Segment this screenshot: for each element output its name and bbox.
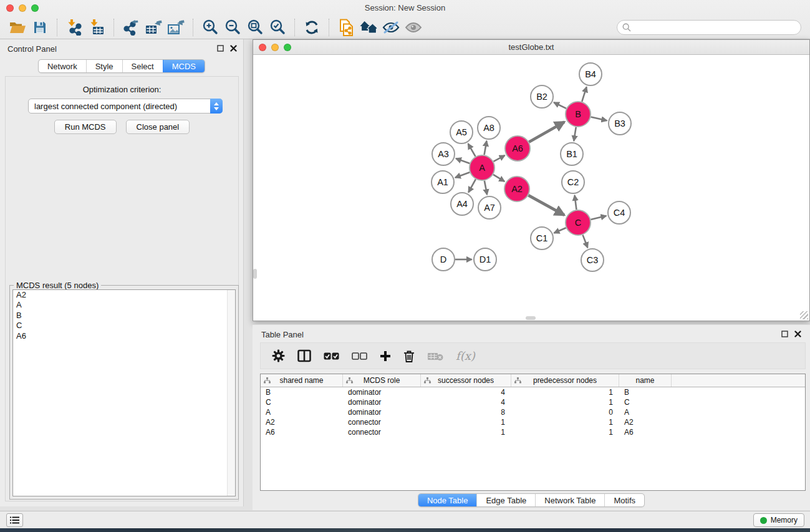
tab-motifs[interactable]: Motifs <box>604 494 644 506</box>
result-list-item[interactable]: A2 <box>13 290 235 300</box>
graph-edge-A-A4[interactable] <box>468 179 476 192</box>
node-table[interactable]: shared nameMCDS rolesuccessor nodesprede… <box>260 374 806 491</box>
graph-node-A8[interactable]: A8 <box>478 117 500 139</box>
graph-node-A4[interactable]: A4 <box>451 193 473 215</box>
column-header-successor-nodes[interactable]: successor nodes <box>421 374 511 387</box>
tab-mcds[interactable]: MCDS <box>163 60 205 72</box>
import-table-icon[interactable] <box>85 18 108 37</box>
graph-edge-A-A6[interactable] <box>493 155 504 162</box>
task-history-button[interactable] <box>6 513 23 527</box>
save-session-icon[interactable] <box>29 18 51 37</box>
deselect-all-checkboxes-icon[interactable] <box>352 352 367 360</box>
graph-edge-A-A5[interactable] <box>468 143 476 156</box>
hide-selected-icon[interactable] <box>380 18 402 37</box>
tab-edge-table[interactable]: Edge Table <box>476 494 535 506</box>
graph-edge-A-A8[interactable] <box>485 141 487 155</box>
graph-edge-A-A1[interactable] <box>455 172 470 177</box>
graph-edge-A-A7[interactable] <box>485 181 487 195</box>
column-header-MCDS-role[interactable]: MCDS role <box>343 374 421 387</box>
graph-edge-C-C3[interactable] <box>583 235 588 248</box>
delete-column-icon[interactable] <box>403 350 415 362</box>
window-resize-grip[interactable] <box>800 311 808 319</box>
graph-node-B2[interactable]: B2 <box>531 85 553 108</box>
apply-layout-icon[interactable] <box>301 18 323 37</box>
table-row[interactable]: Adominator80A <box>261 407 805 417</box>
close-panel-button[interactable]: Close panel <box>126 120 190 134</box>
canvas-vertical-scrollbar[interactable] <box>253 269 257 279</box>
first-neighbors-icon[interactable] <box>357 18 380 37</box>
close-panel-icon[interactable] <box>794 331 801 337</box>
mcds-result-list[interactable]: A2ABCA6 <box>12 289 236 496</box>
table-options-gear-icon[interactable] <box>272 349 285 362</box>
graph-edge-A-A2[interactable] <box>493 175 504 181</box>
graph-node-B3[interactable]: B3 <box>609 112 631 135</box>
import-network-icon[interactable] <box>63 18 85 37</box>
open-file-icon[interactable] <box>6 18 29 37</box>
canvas-horizontal-scrollbar[interactable] <box>526 316 536 320</box>
result-list-item[interactable]: A <box>13 300 235 310</box>
result-list-item[interactable]: C <box>13 321 235 331</box>
zoom-selected-icon[interactable] <box>266 18 289 37</box>
export-network-icon[interactable] <box>120 18 142 37</box>
graph-edge-C-C4[interactable] <box>591 216 606 220</box>
graph-node-C1[interactable]: C1 <box>531 227 553 249</box>
copy-network-icon[interactable] <box>335 18 357 37</box>
graph-node-A2[interactable]: A2 <box>504 177 529 201</box>
tab-select[interactable]: Select <box>122 60 163 72</box>
zoom-out-icon[interactable] <box>221 18 244 37</box>
graph-node-B1[interactable]: B1 <box>561 143 583 165</box>
search-input[interactable] <box>634 23 796 32</box>
tab-network[interactable]: Network <box>39 60 86 72</box>
memory-button[interactable]: Memory <box>753 513 804 527</box>
graph-edge-C-C1[interactable] <box>554 228 566 233</box>
network-canvas[interactable]: B4B2BB3A5A8A6A3B1AA1C2A2A4A7CC4C1DD1C3 <box>253 55 809 321</box>
graph-edge-B-B1[interactable] <box>574 127 576 141</box>
export-table-icon[interactable] <box>142 18 165 37</box>
close-panel-icon[interactable] <box>230 45 237 52</box>
table-row[interactable]: A2connector11A2 <box>261 417 805 427</box>
tab-node-table[interactable]: Node Table <box>418 494 477 506</box>
zoom-in-icon[interactable] <box>199 18 221 37</box>
graph-edge-A6-B[interactable] <box>529 122 564 142</box>
graph-edge-B-B3[interactable] <box>591 117 607 121</box>
network-window-titlebar[interactable]: testGlobe.txt <box>253 40 809 55</box>
graph-node-A7[interactable]: A7 <box>478 196 501 219</box>
table-row[interactable]: A6connector11A6 <box>261 427 805 437</box>
graph-node-B[interactable]: B <box>566 102 591 127</box>
column-header-shared-name[interactable]: shared name <box>261 374 343 387</box>
float-panel-icon[interactable] <box>217 45 224 52</box>
column-header-predecessor-nodes[interactable]: predecessor nodes <box>511 374 619 387</box>
graph-edge-A2-C[interactable] <box>528 195 564 215</box>
graph-edge-A-A3[interactable] <box>456 158 470 163</box>
graph-edge-B-B2[interactable] <box>554 102 566 109</box>
graph-node-A5[interactable]: A5 <box>450 121 473 143</box>
show-all-icon[interactable] <box>402 18 425 37</box>
result-list-item[interactable]: B <box>13 311 235 321</box>
graph-node-A6[interactable]: A6 <box>505 136 530 161</box>
graph-node-C3[interactable]: C3 <box>581 249 604 271</box>
select-all-checkboxes-icon[interactable] <box>324 352 339 360</box>
zoom-fit-icon[interactable] <box>244 18 266 37</box>
graph-node-C[interactable]: C <box>566 210 591 235</box>
graph-node-A3[interactable]: A3 <box>432 143 455 165</box>
graph-node-C4[interactable]: C4 <box>608 201 630 224</box>
graph-node-D1[interactable]: D1 <box>474 248 496 271</box>
graph-node-B4[interactable]: B4 <box>579 63 602 85</box>
tab-style[interactable]: Style <box>86 60 122 72</box>
result-list-item[interactable]: A6 <box>13 331 235 341</box>
export-image-icon[interactable] <box>165 18 187 37</box>
search-field[interactable] <box>617 20 801 35</box>
add-column-icon[interactable] <box>380 351 391 362</box>
table-row[interactable]: Bdominator41B <box>261 387 805 397</box>
result-list-scrollbar[interactable] <box>227 290 235 496</box>
graph-edge-C-C2[interactable] <box>575 195 577 210</box>
graph-node-A1[interactable]: A1 <box>432 171 454 193</box>
column-header-name[interactable]: name <box>619 374 672 387</box>
show-columns-icon[interactable] <box>297 349 311 362</box>
graph-node-A[interactable]: A <box>470 155 494 180</box>
table-row[interactable]: Cdominator41C <box>261 397 805 407</box>
run-mcds-button[interactable]: Run MCDS <box>54 120 117 134</box>
graph-node-D[interactable]: D <box>432 248 455 271</box>
graph-edge-B-B4[interactable] <box>582 87 586 102</box>
optimization-criterion-dropdown[interactable]: largest connected component (directed) <box>28 99 223 114</box>
